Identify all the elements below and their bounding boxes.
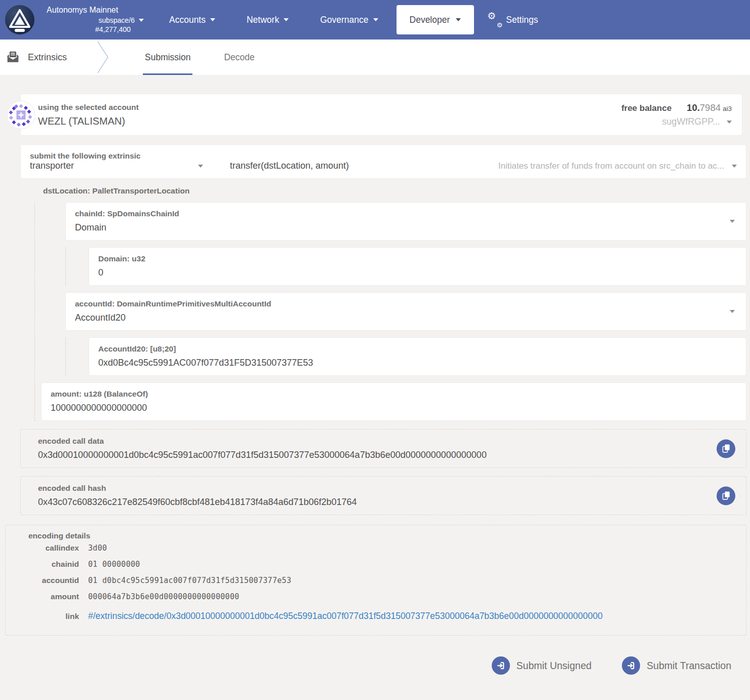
envelope-open-text-icon [6,51,20,64]
chain-info: Autonomys Mainnet subspace/6 #4,277,400 [47,5,144,34]
chevron-down-icon [198,165,203,168]
param-chainid-value: Domain [75,222,106,232]
nav-item-settings[interactable]: ⚙⚙ Settings [488,13,538,26]
copy-icon [722,491,730,500]
account-identicon [7,100,35,129]
gear-icon: ⚙⚙ [488,13,501,26]
param-nesting-level-2b: AccountId20: [u8;20] 0xd0Bc4c95c5991AC00… [65,337,746,376]
section-head: Extrinsics [6,40,67,75]
selected-account: using the selected account WEZL (TALISMA… [38,103,139,127]
tabs: Submission Decode [139,40,282,75]
copy-call-data-button[interactable] [717,439,735,458]
account-address-dropdown[interactable]: sugWfRGPP... [621,116,732,127]
main-nav: Accounts Network Governance Developer ⚙⚙… [169,5,538,34]
submit-unsigned-button[interactable]: Submit Unsigned [489,656,595,675]
balance-frac: 7984 [700,102,721,113]
encoded-call-hash-label: encoded call hash [38,484,700,493]
copy-icon [722,444,730,453]
page-title: Extrinsics [28,52,67,63]
breadcrumb-separator [96,41,109,74]
chevron-down-icon [210,18,215,21]
encoding-details-title: encoding details [28,531,736,540]
sign-in-arrow-icon [492,656,510,675]
param-nesting-level-2: Domain: u32 0 [65,247,746,286]
nav-item-network[interactable]: Network [247,15,289,25]
autonomys-logo-icon[interactable] [4,4,35,35]
extrinsic-label: submit the following extrinsic [30,151,141,160]
param-accountid-select[interactable]: accountId: DomainRuntimePrimitivesMultiA… [65,292,746,331]
pallet-name: transporter [30,161,74,171]
account-selector[interactable]: using the selected account WEZL (TALISMA… [20,94,742,136]
param-accountid20-input[interactable]: AccountId20: [u8;20] 0xd0Bc4c95c5991AC00… [89,337,746,376]
method-name: transfer(dstLocation, amount) [230,161,349,171]
detail-row-amount: amount 000064a7b3b6e00d0000000000000000 [16,592,736,608]
param-amount-value: 1000000000000000000 [51,403,147,413]
best-block-number: #4,277,400 [47,25,144,34]
method-description: Initiates transfer of funds from account… [498,161,724,171]
encoded-call-hash-box: encoded call hash 0x43c07c608326c217e825… [20,476,746,515]
chevron-down-icon [730,310,735,313]
main-content: using the selected account WEZL (TALISMA… [0,75,750,675]
nav-item-governance[interactable]: Governance [320,15,378,25]
nav-item-developer-active[interactable]: Developer [397,5,475,34]
sign-in-arrow-icon [622,656,640,675]
account-balance-block: free balance 10.7984ai3 sugWfRGPP... [621,102,732,127]
action-buttons: Submit Unsigned Submit Transaction [0,656,734,675]
chevron-down-icon [373,18,378,21]
copy-call-hash-button[interactable] [717,486,735,505]
chevron-down-icon [727,121,732,124]
chain-name: Autonomys Mainnet [47,5,144,16]
param-chainid-select[interactable]: chainId: SpDomainsChainId Domain [65,202,746,241]
detail-row-chainid: chainid 01 00000000 [16,560,736,576]
account-label: using the selected account [38,103,139,112]
free-balance: free balance 10.7984ai3 [621,102,732,113]
chevron-down-icon [732,165,737,168]
encoded-call-data-label: encoded call data [38,437,700,446]
param-domain-input[interactable]: Domain: u32 0 [89,247,746,286]
param-accountid-value: AccountId20 [75,313,126,323]
nav-item-accounts[interactable]: Accounts [169,15,215,25]
decode-link[interactable]: #/extrinsics/decode/0x3d00010000000001d0… [88,611,603,621]
extrinsic-select-box: submit the following extrinsic transport… [20,144,746,179]
account-address-short: sugWfRGPP... [662,116,720,127]
extrinsic-section: submit the following extrinsic transport… [20,144,746,421]
chevron-down-icon [456,18,461,21]
encoding-details-box: encoding details callindex 3d00 chainid … [5,525,746,636]
detail-row-accountid: accountid 01 d0bc4c95c5991ac007f077d31f5… [16,576,736,592]
balance-unit: ai3 [723,105,732,112]
submit-transaction-button[interactable]: Submit Transaction [619,656,734,675]
method-select[interactable]: Initiates transfer of funds from account… [498,161,737,171]
tab-submission[interactable]: Submission [139,40,196,75]
pallet-select[interactable]: transporter [30,161,203,171]
encoded-call-data-value: 0x3d00010000000001d0bc4c95c5991ac007f077… [38,450,487,460]
extrinsic-params: dstLocation: PalletTransporterLocation c… [20,186,746,421]
encoded-call-hash-value: 0x43c07c608326c217e82549f60cbf8cbf481eb4… [38,497,357,507]
encoded-call-data-box: encoded call data 0x3d00010000000001d0bc… [20,429,746,468]
param-amount-input[interactable]: amount: u128 (BalanceOf) 100000000000000… [41,382,746,421]
runtime-selector[interactable]: subspace/6 [47,16,144,25]
chevron-down-icon [284,18,289,21]
chevron-down-icon [139,19,144,22]
param-dstlocation-label: dstLocation: PalletTransporterLocation [20,186,746,196]
tab-decode[interactable]: Decode [218,40,260,75]
detail-row-callindex: callindex 3d00 [16,543,736,560]
param-domain-value: 0 [98,267,103,278]
detail-row-link: link #/extrinsics/decode/0x3d00010000000… [16,611,736,627]
param-accountid20-value: 0xd0Bc4c95c5991AC007f077d31F5D315007377E… [98,358,313,368]
param-nesting-level-1: chainId: SpDomainsChainId Domain Domain:… [34,202,746,421]
top-navbar: Autonomys Mainnet subspace/6 #4,277,400 … [0,0,750,40]
chevron-down-icon [730,220,735,223]
account-name: WEZL (TALISMAN) [38,115,139,127]
runtime-label: subspace/6 [98,16,135,25]
page-tabbar: Extrinsics Submission Decode [0,40,750,75]
balance-int: 10. [687,102,700,113]
